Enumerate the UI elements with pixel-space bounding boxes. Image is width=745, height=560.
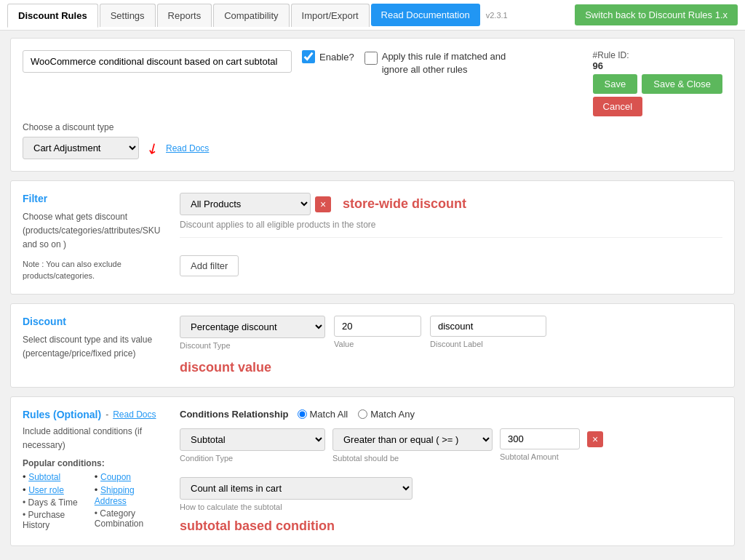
condition-operator-field: Greater than or equal ( >= ) Subtotal sh… — [332, 428, 493, 463]
discount-card: Discount Select discount type and its va… — [10, 303, 735, 388]
how-calc-field: Count all items in cart How to calculate… — [180, 470, 722, 511]
filter-product-select[interactable]: All Products — [180, 193, 311, 215]
popular-item-subtotal: • Subtotal — [23, 471, 80, 482]
discount-label-input[interactable] — [430, 316, 546, 337]
discount-fields-row: Percentage discount Discount Type Value … — [180, 316, 722, 350]
filter-products-note: Discount applies to all eligible product… — [180, 220, 722, 230]
tab-compatibility[interactable]: Compatibility — [213, 4, 289, 27]
conditions-relationship: Conditions Relationship Match All Match … — [180, 409, 722, 420]
discount-left: Discount Select discount type and its va… — [23, 316, 168, 375]
popular-item-coupon: • Coupon — [95, 471, 168, 482]
filter-section: Filter Choose what gets discount (produc… — [23, 193, 722, 282]
rule-form-card: Enable? Apply this rule if matched and i… — [10, 38, 735, 172]
match-any-radio-label[interactable]: Match Any — [358, 409, 415, 420]
filter-right: All Products × store-wide discount Disco… — [180, 193, 722, 282]
add-filter-button[interactable]: Add filter — [180, 255, 239, 276]
condition-type-field: Subtotal Condition Type — [180, 428, 325, 463]
filter-note: Note : You can also exclude products/cat… — [23, 258, 168, 282]
condition-type-label: Condition Type — [180, 454, 325, 463]
tab-import-export[interactable]: Import/Export — [291, 4, 370, 27]
discount-right: Percentage discount Discount Type Value … — [180, 316, 722, 375]
rules-read-docs-link[interactable]: Read Docs — [113, 409, 156, 420]
filter-title: Filter — [23, 193, 168, 204]
store-wide-label: store-wide discount — [343, 196, 466, 212]
condition-value-input[interactable] — [500, 428, 580, 449]
popular-col-1: • Subtotal • User role • Days & Time • P… — [23, 471, 80, 530]
popular-item-purchase: • Purchase History — [23, 510, 80, 530]
rules-title: Rules (Optional) — [23, 409, 101, 420]
rule-name-input[interactable] — [23, 50, 292, 73]
read-docs-link[interactable]: Read Docs — [166, 143, 209, 153]
match-any-text: Match Any — [370, 409, 415, 420]
discount-value-field-label: Value — [334, 340, 421, 348]
rules-right: Conditions Relationship Match All Match … — [180, 409, 722, 534]
discount-type-label: Choose a discount type — [23, 122, 722, 132]
popular-item-days: • Days & Time — [23, 497, 80, 508]
top-navigation: Discount Rules Settings Reports Compatib… — [0, 0, 745, 31]
rule-id-prefix: #Rule ID: — [593, 50, 629, 60]
top-form-row: Enable? Apply this rule if matched and i… — [23, 50, 722, 116]
condition-value-field: Subtotal Amount — [500, 428, 580, 461]
match-any-radio[interactable] — [358, 409, 367, 419]
rule-id-value: 96 — [593, 60, 603, 71]
match-all-radio[interactable] — [298, 409, 307, 419]
discount-type-select[interactable]: Cart Adjustment — [23, 137, 139, 159]
action-buttons: Save Save & Close — [593, 74, 722, 94]
rules-section: Rules (Optional) - Read Docs Include add… — [23, 409, 722, 534]
rules-title-row: Rules (Optional) - Read Docs — [23, 409, 168, 420]
switch-back-button[interactable]: Switch back to Discount Rules 1.x — [575, 4, 738, 25]
discount-value-input[interactable] — [334, 316, 421, 337]
subtotal-annotation: subtotal based condition — [180, 519, 722, 534]
popular-title: Popular conditions: — [23, 458, 168, 468]
tab-discount-rules[interactable]: Discount Rules — [7, 4, 98, 28]
condition-operator-label: Subtotal should be — [332, 454, 493, 463]
condition-value-label: Subtotal Amount — [500, 452, 580, 461]
condition-type-select[interactable]: Subtotal — [180, 428, 325, 451]
arrow-indicator-icon: ↙ — [143, 137, 162, 159]
main-content: Enable? Apply this rule if matched and i… — [0, 31, 745, 560]
condition-operator-select[interactable]: Greater than or equal ( >= ) — [332, 428, 493, 451]
apply-rule-label: Apply this rule if matched and ignore al… — [382, 50, 513, 76]
how-calc-label: How to calculate the subtotal — [180, 503, 722, 511]
save-button[interactable]: Save — [593, 74, 638, 94]
filter-desc: Choose what gets discount (products/cate… — [23, 210, 168, 252]
rules-left: Rules (Optional) - Read Docs Include add… — [23, 409, 168, 534]
discount-value-annotation: discount value — [180, 360, 722, 375]
rules-desc: Include additional conditions (if necess… — [23, 425, 168, 452]
discount-type-dropdown[interactable]: Percentage discount — [180, 316, 325, 338]
popular-item-user-role: • User role — [23, 484, 80, 495]
popular-item-shipping: • Shipping Address — [95, 484, 168, 506]
apply-rule-checkbox[interactable] — [364, 52, 378, 65]
enable-label: Enable? — [319, 52, 354, 63]
enable-checkbox[interactable] — [302, 50, 315, 63]
discount-type-section: Choose a discount type Cart Adjustment ↙… — [23, 122, 722, 159]
rules-dash: - — [105, 409, 108, 420]
conditions-rel-label: Conditions Relationship — [180, 409, 289, 420]
rules-card: Rules (Optional) - Read Docs Include add… — [10, 396, 735, 546]
discount-label-field-label: Discount Label — [430, 340, 546, 348]
popular-item-category: • Category Combination — [95, 508, 168, 529]
filter-card: Filter Choose what gets discount (produc… — [10, 180, 735, 295]
version-label: v2.3.1 — [486, 11, 508, 20]
filter-product-row: All Products × store-wide discount — [180, 193, 722, 215]
save-close-button[interactable]: Save & Close — [642, 74, 722, 94]
discount-type-row: Cart Adjustment ↙ Read Docs — [23, 137, 722, 159]
filter-left: Filter Choose what gets discount (produc… — [23, 193, 168, 282]
match-all-radio-label[interactable]: Match All — [298, 409, 348, 420]
condition-remove-button[interactable]: × — [587, 431, 603, 447]
popular-col-2: • Coupon • Shipping Address • Category C… — [95, 471, 168, 530]
discount-label-field: Discount Label — [430, 316, 546, 348]
tab-reports[interactable]: Reports — [157, 4, 212, 27]
how-calc-select[interactable]: Count all items in cart — [180, 477, 413, 500]
filter-remove-button[interactable]: × — [315, 196, 331, 212]
tab-settings[interactable]: Settings — [100, 4, 156, 27]
enable-group: Enable? — [302, 50, 354, 63]
popular-list: • Subtotal • User role • Days & Time • P… — [23, 471, 168, 530]
rule-id-group: #Rule ID: 96 Save Save & Close Cancel — [593, 50, 722, 116]
radio-group: Match All Match Any — [298, 409, 415, 420]
match-all-text: Match All — [310, 409, 348, 420]
discount-value-field: Value — [334, 316, 421, 348]
cancel-button[interactable]: Cancel — [593, 97, 642, 116]
tab-read-documentation[interactable]: Read Documentation — [371, 4, 480, 26]
discount-title: Discount — [23, 316, 168, 327]
